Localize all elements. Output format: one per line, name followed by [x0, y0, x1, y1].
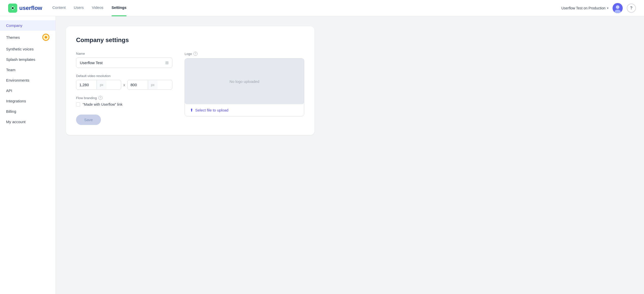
- chevron-down-icon: ▾: [607, 6, 609, 10]
- name-input-wrapper: ⊞: [76, 58, 172, 68]
- sidebar-item-integrations[interactable]: Integrations: [0, 96, 56, 106]
- sidebar-item-team[interactable]: Team: [0, 65, 56, 75]
- sidebar-label-api: API: [6, 88, 12, 93]
- settings-title: Company settings: [76, 36, 304, 44]
- topnav-right: Userflow Test on Production ▾ ?: [561, 3, 636, 13]
- resolution-height-input[interactable]: [128, 80, 148, 89]
- resolution-width-wrapper: px: [76, 80, 121, 90]
- select-file-label: Select file to upload: [195, 108, 228, 112]
- resolution-x-separator: x: [123, 83, 125, 87]
- branding-checkbox-label: "Made with Userflow" link: [83, 102, 122, 106]
- avatar[interactable]: [613, 3, 623, 13]
- sidebar-label-environments: Environments: [6, 78, 29, 82]
- nav-users[interactable]: Users: [74, 5, 84, 11]
- settings-left: Name ⊞ Default video resolution: [76, 52, 172, 125]
- sidebar-item-api[interactable]: API: [0, 85, 56, 96]
- branding-section: Flow branding ? "Made with Userflow" lin…: [76, 96, 172, 106]
- sidebar-label-themes: Themes: [6, 35, 20, 40]
- upload-icon: ⬆: [190, 108, 193, 113]
- resolution-width-unit: px: [97, 80, 106, 89]
- settings-body: Name ⊞ Default video resolution: [76, 52, 304, 125]
- sidebar-label-splash-templates: Splash templates: [6, 57, 35, 62]
- sidebar-item-environments[interactable]: Environments: [0, 75, 56, 85]
- nav-content[interactable]: Content: [52, 5, 66, 11]
- name-field-group: Name ⊞: [76, 52, 172, 68]
- select-file-button[interactable]: ⬆ Select file to upload: [185, 104, 304, 116]
- sidebar-item-synthetic-voices[interactable]: Synthetic voices: [0, 44, 56, 54]
- topnav: userflow Content Users Videos Settings U…: [0, 0, 644, 16]
- settings-card: Company settings Name ⊞: [66, 26, 314, 135]
- resolution-field-group: Default video resolution px x px: [76, 74, 172, 90]
- resolution-height-wrapper: px: [127, 80, 172, 90]
- sidebar-label-integrations: Integrations: [6, 99, 26, 103]
- sidebar-item-billing[interactable]: Billing: [0, 106, 56, 117]
- logo-empty-text: No logo uploaded: [229, 79, 259, 84]
- workspace-name: Userflow Test on Production: [561, 6, 605, 10]
- sidebar-label-synthetic-voices: Synthetic voices: [6, 47, 33, 51]
- sidebar-label-company: Company: [6, 23, 22, 28]
- resolution-label: Default video resolution: [76, 74, 172, 78]
- name-input[interactable]: [80, 61, 165, 65]
- logo[interactable]: userflow: [8, 4, 42, 13]
- workspace-selector[interactable]: Userflow Test on Production ▾: [561, 6, 609, 10]
- branding-label: Flow branding ?: [76, 96, 172, 100]
- svg-rect-1: [12, 7, 14, 9]
- settings-right: Logo ? No logo uploaded ⬆ Select file to…: [185, 52, 304, 125]
- themes-badge: [42, 34, 49, 41]
- help-button[interactable]: ?: [627, 4, 636, 13]
- app-layout: Company Themes Synthetic voices Splash t…: [0, 16, 644, 294]
- themes-badge-inner: [45, 36, 47, 39]
- logo-help-icon[interactable]: ?: [193, 52, 198, 56]
- sidebar-item-company[interactable]: Company: [0, 20, 56, 31]
- branding-checkbox[interactable]: [76, 102, 80, 106]
- name-label: Name: [76, 52, 172, 56]
- sidebar-label-team: Team: [6, 68, 15, 72]
- resolution-width-input[interactable]: [76, 80, 97, 89]
- sidebar-label-my-account: My account: [6, 120, 26, 124]
- sidebar-item-themes[interactable]: Themes: [0, 31, 56, 44]
- nav-settings[interactable]: Settings: [112, 5, 127, 11]
- sidebar-item-splash-templates[interactable]: Splash templates: [0, 54, 56, 65]
- sidebar-item-my-account[interactable]: My account: [0, 117, 56, 127]
- save-button[interactable]: Save: [76, 115, 101, 125]
- sidebar-label-billing: Billing: [6, 109, 16, 114]
- sidebar: Company Themes Synthetic voices Splash t…: [0, 16, 56, 294]
- logo-upload-area: No logo uploaded: [185, 59, 304, 104]
- svg-point-3: [616, 5, 619, 9]
- nav-videos[interactable]: Videos: [92, 5, 103, 11]
- logo-label: Logo ?: [185, 52, 304, 56]
- nav-links: Content Users Videos Settings: [52, 5, 561, 11]
- resolution-row: px x px: [76, 80, 172, 90]
- main-content: Company settings Name ⊞: [56, 16, 644, 294]
- branding-help-icon[interactable]: ?: [98, 96, 102, 100]
- name-input-icon: ⊞: [165, 60, 169, 65]
- resolution-height-unit: px: [148, 80, 158, 89]
- branding-checkbox-row: "Made with Userflow" link: [76, 102, 172, 106]
- logo-upload-box: No logo uploaded ⬆ Select file to upload: [185, 58, 304, 116]
- logo-text: userflow: [19, 5, 42, 11]
